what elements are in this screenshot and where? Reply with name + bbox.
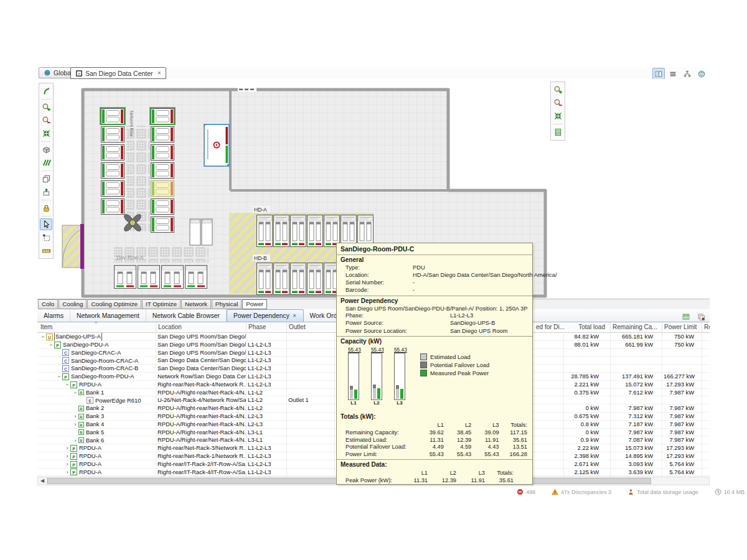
export-icon[interactable]: [40, 186, 52, 198]
legend-swatch: [420, 370, 427, 376]
field-label: Phase:: [345, 312, 450, 320]
tab-san-diego-data-center[interactable]: s San Diego Data Center ✕: [70, 67, 166, 79]
cell-total-load: 0.9 kW: [563, 436, 610, 444]
layer-tab-power[interactable]: Power: [242, 299, 267, 309]
rack-view-icon[interactable]: [552, 126, 564, 138]
totals-value: 38.45: [445, 429, 472, 436]
hd-a-row[interactable]: [257, 215, 374, 247]
bar-max-label: 55.43: [394, 347, 405, 353]
column-gridline: [702, 333, 702, 477]
column-header-outlet[interactable]: Outlet: [286, 322, 334, 333]
view-tab-network-cable-browser[interactable]: Network Cable Browser: [146, 309, 227, 322]
layer-tab-cooling[interactable]: Cooling: [59, 299, 87, 309]
undo-icon[interactable]: [40, 85, 52, 97]
column-header-remaining-capacity[interactable]: Remaining Ca...: [610, 322, 662, 333]
status-text: 10.4 MB: [724, 489, 745, 495]
cell-total-load: 0.675 kW: [563, 413, 610, 421]
cell-outlet: [286, 469, 334, 477]
scroll-left-arrow-icon[interactable]: ◀: [38, 477, 47, 485]
tree-expander-icon[interactable]: ›: [72, 421, 78, 428]
column-header-phase[interactable]: Phase: [246, 322, 286, 333]
column-header-re[interactable]: Re: [702, 322, 710, 333]
tree-expander-icon[interactable]: ›: [64, 444, 70, 452]
column-header-ed-for-di[interactable]: ed for Di...: [534, 322, 566, 333]
layer-tab-network[interactable]: Network: [181, 299, 211, 309]
cell-phase: L1-L2-L3: [246, 373, 286, 381]
select-cursor-icon[interactable]: [40, 218, 52, 230]
marquee-select-icon[interactable]: [40, 231, 52, 243]
cell-total-load: [563, 357, 610, 365]
cell-outlet: Outlet 1: [286, 396, 334, 404]
chart-legend: Estimated LoadPotential Failover LoadMea…: [420, 353, 489, 377]
cell-total-load: 84.82 kW: [563, 333, 610, 341]
canvas-right-toolbar: [550, 82, 565, 141]
status-item[interactable]: 10.4 MB: [715, 487, 745, 498]
column-header-total-load[interactable]: Total load: [563, 322, 610, 333]
tree-expander-icon[interactable]: ›: [63, 381, 71, 388]
tree-expander-icon[interactable]: ›: [64, 452, 70, 460]
fit-view-icon[interactable]: [552, 110, 564, 122]
close-tab-icon[interactable]: ✕: [157, 70, 162, 76]
cell-phase: [246, 333, 286, 341]
cell-total-load: 0.8 kW: [563, 421, 610, 429]
copy-icon[interactable]: [40, 173, 52, 185]
cell-outlet: [286, 404, 334, 413]
tree-expander-icon[interactable]: ›: [64, 469, 70, 476]
ruler-icon[interactable]: [40, 245, 52, 256]
cell-outlet: [286, 381, 334, 389]
layer-tab-cooling-optimize[interactable]: Cooling Optimize: [87, 299, 141, 309]
hd-b-label: HD-B: [254, 255, 267, 261]
tree-expander-icon[interactable]: ›: [64, 460, 70, 468]
view-tab-power-dependency[interactable]: Power Dependency✕: [227, 309, 304, 322]
cell-power-limit: [662, 365, 702, 373]
tree-expander-icon[interactable]: ›: [72, 413, 78, 420]
zoom-in-icon[interactable]: [40, 101, 52, 113]
layer-tab-it-optimize[interactable]: IT Optimize: [142, 299, 181, 309]
column-header-location[interactable]: Location: [156, 322, 246, 333]
tree-expander-icon[interactable]: ›: [55, 373, 63, 380]
column-header-power-limit[interactable]: Power Limit: [662, 322, 702, 333]
layer-tab-physical[interactable]: Physical: [212, 299, 242, 309]
split-editor-icon[interactable]: [652, 68, 665, 80]
cell-location: RPDU-A/Right-rear/Net-Rack-4/N...: [156, 429, 246, 437]
zoom-in-icon[interactable]: [552, 84, 564, 96]
tree-expander-icon[interactable]: ›: [47, 342, 55, 348]
lock-icon[interactable]: [40, 202, 52, 214]
hierarchy-icon[interactable]: [681, 68, 693, 80]
item-name: RPDU-A: [79, 460, 101, 468]
editor-toolbar: [652, 68, 708, 80]
item-name: SanDiego-Room-CRAC-A: [71, 357, 138, 365]
status-item[interactable]: 47x Discrepancies 3: [552, 487, 611, 498]
measure-icon[interactable]: [40, 157, 52, 169]
zoom-out-icon[interactable]: [552, 97, 564, 109]
world-icon[interactable]: [695, 68, 708, 80]
column-gridline: [334, 333, 335, 477]
status-item[interactable]: Total data storage usage: [627, 487, 698, 498]
fit-view-icon[interactable]: [40, 128, 52, 139]
view-menu-icon[interactable]: [667, 68, 679, 80]
tree-expander-icon[interactable]: ›: [72, 437, 78, 444]
view-tab-network-management[interactable]: Network Management: [70, 309, 146, 322]
close-view-icon[interactable]: ✕: [293, 313, 297, 319]
tree-expander-icon[interactable]: ›: [72, 390, 79, 396]
cell-outlet: [286, 373, 334, 381]
export-table-icon[interactable]: [680, 310, 692, 322]
totals-value: 4.43: [472, 444, 500, 451]
tree-expander-icon[interactable]: ›: [39, 334, 47, 340]
cell-power-limit: 7.987 kW: [662, 436, 702, 444]
view-tab-alarms[interactable]: Alarms: [37, 309, 70, 322]
network-row-racks-right[interactable]: [150, 108, 175, 233]
field-label: Location:: [345, 272, 413, 279]
status-item[interactable]: 498: [517, 487, 535, 498]
totals-value: 12.39: [429, 477, 458, 484]
door[interactable]: [80, 224, 84, 269]
zoom-out-icon[interactable]: [40, 114, 52, 126]
filter-icon[interactable]: [695, 310, 707, 322]
tab-label: Global: [54, 69, 72, 77]
three-d-view-icon[interactable]: [40, 144, 52, 156]
node-type-icon-c: C: [62, 365, 69, 372]
cell-phase: L1-L2: [246, 404, 286, 413]
pdu-panel[interactable]: [204, 124, 229, 166]
legend-label: Potential Failover Load: [430, 362, 489, 368]
layer-tab-colo[interactable]: Colo: [38, 299, 58, 309]
